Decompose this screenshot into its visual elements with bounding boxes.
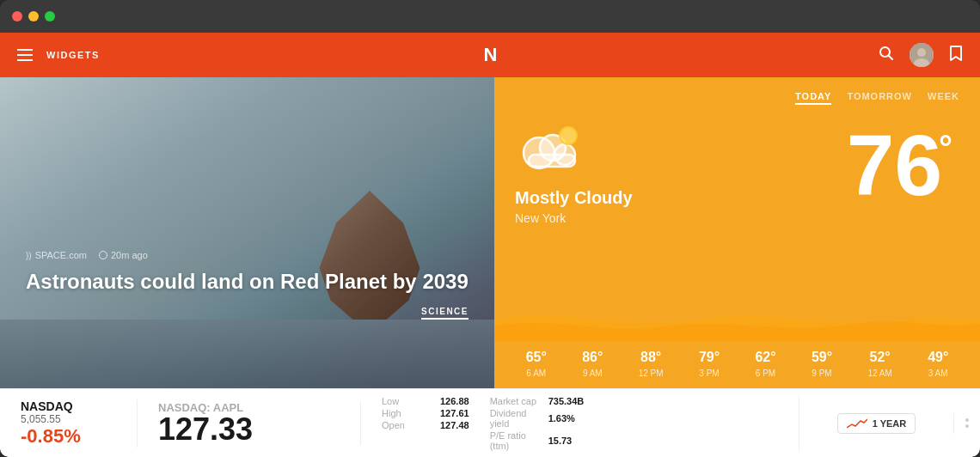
stat-dividend: Dividend yield 1.63%	[490, 408, 585, 429]
hour-temp: 52°	[870, 350, 891, 365]
widgets-label: WIDGETS	[46, 50, 100, 60]
main-content: SPACE.com 20m ago Astronauts could land …	[0, 77, 980, 388]
hour-item: 49°3 AM	[928, 350, 948, 378]
weather-wave	[494, 302, 980, 341]
svg-point-9	[560, 127, 577, 144]
weather-tabs: TODAY TOMORROW WEEK	[494, 77, 980, 113]
ticker-stats: Low 126.88 High 127.61 Open 127.48 Marke…	[361, 396, 799, 451]
stat-market-cap: Market cap 735.34B	[490, 396, 585, 406]
chart-1year-button[interactable]: 1 YEAR	[837, 413, 916, 434]
dividend-value: 1.63%	[548, 413, 575, 423]
open-value: 127.48	[440, 420, 469, 430]
stat-col-mpe: Market cap 735.34B Dividend yield 1.63% …	[490, 396, 585, 451]
hour-temp: 65°	[526, 350, 547, 365]
stat-pe: P/E ratio (ttm) 15.73	[490, 430, 585, 451]
nasdaq-name: NASDAQ	[21, 399, 116, 413]
hour-item: 52°12 AM	[867, 350, 891, 378]
hero-caption: SPACE.com 20m ago Astronauts could land …	[26, 250, 469, 320]
weather-city: New York	[515, 211, 847, 225]
hour-label: 6 AM	[526, 369, 546, 378]
svg-point-3	[917, 48, 926, 57]
tab-today[interactable]: TODAY	[795, 91, 831, 105]
svg-line-1	[889, 55, 893, 59]
hero-source: SPACE.com 20m ago	[26, 250, 469, 260]
chart-mini-icon	[847, 417, 867, 430]
stat-low: Low 126.88	[382, 396, 469, 406]
tab-tomorrow[interactable]: TOMORROW	[847, 91, 912, 105]
ticker-aapl: NASDAQ: AAPL 127.33	[138, 401, 361, 445]
stat-col-lho: Low 126.88 High 127.61 Open 127.48	[382, 396, 469, 451]
hour-item: 62°6 PM	[755, 350, 775, 378]
hour-item: 65°6 AM	[526, 350, 547, 378]
hour-label: 12 PM	[639, 369, 664, 378]
hour-label: 3 AM	[928, 369, 948, 378]
stat-high: High 127.61	[382, 408, 469, 418]
hour-label: 9 AM	[583, 369, 603, 378]
weather-widget: TODAY TOMORROW WEEK Mostly Cloud	[494, 77, 980, 388]
hour-label: 9 PM	[812, 369, 831, 378]
market-cap-label: Market cap	[490, 396, 542, 406]
hero-title: Astronauts could land on Red Planet by 2…	[26, 269, 469, 295]
close-button[interactable]	[12, 11, 22, 21]
dot-2	[965, 424, 969, 428]
low-label: Low	[382, 396, 433, 406]
hour-item: 79°3 PM	[699, 350, 720, 378]
hourly-forecast: 65°6 AM86°9 AM88°12 PM79°3 PM62°6 PM59°9…	[494, 343, 980, 388]
ticker-nasdaq: NASDAQ 5,055.55 -0.85%	[0, 399, 138, 448]
hero-time: 20m ago	[99, 250, 148, 260]
clock-icon	[99, 251, 107, 259]
weather-condition: Mostly Cloudy	[515, 187, 847, 208]
app-container: WIDGETS N	[0, 33, 980, 457]
low-value: 126.88	[440, 396, 469, 406]
pe-label: P/E ratio (ttm)	[490, 430, 542, 451]
titlebar	[0, 0, 980, 33]
dot-1	[965, 418, 969, 422]
svg-rect-8	[529, 155, 575, 167]
hour-temp: 86°	[582, 350, 603, 365]
hour-temp: 88°	[640, 350, 661, 365]
hour-label: 12 AM	[867, 369, 891, 378]
tab-week[interactable]: WEEK	[928, 91, 959, 105]
hour-item: 88°12 PM	[639, 350, 664, 378]
hour-temp: 62°	[755, 350, 775, 365]
aapl-price: 127.33	[158, 414, 340, 445]
hour-temp: 59°	[812, 350, 832, 365]
bottom-ticker: NASDAQ 5,055.55 -0.85% NASDAQ: AAPL 127.…	[0, 388, 980, 457]
time-ago: 20m ago	[111, 250, 148, 260]
hero-tag[interactable]: SCIENCE	[421, 307, 469, 320]
maximize-button[interactable]	[45, 11, 55, 21]
hero-water	[0, 320, 494, 388]
avatar[interactable]	[910, 43, 934, 67]
nasdaq-change: -0.85%	[21, 425, 116, 448]
hamburger-menu[interactable]	[17, 49, 33, 61]
cloud-icon	[515, 122, 584, 174]
hour-item: 86°9 AM	[582, 350, 603, 378]
minimize-button[interactable]	[28, 11, 39, 21]
navbar: WIDGETS N	[0, 33, 980, 77]
search-icon[interactable]	[879, 46, 894, 65]
hour-temp: 79°	[699, 350, 720, 365]
hour-temp: 49°	[928, 350, 948, 365]
chart-btn-label: 1 YEAR	[873, 418, 907, 429]
hour-label: 3 PM	[699, 369, 719, 378]
pe-value: 15.73	[548, 436, 573, 446]
degree-symbol: °	[939, 131, 952, 165]
dividend-label: Dividend yield	[490, 408, 542, 429]
source-name: SPACE.com	[26, 250, 87, 260]
market-cap-value: 735.34B	[548, 396, 585, 406]
chart-area: 1 YEAR	[799, 413, 954, 434]
nasdaq-value: 5,055.55	[21, 413, 116, 425]
aapl-price-value: 127.33	[158, 411, 253, 447]
stat-open: Open 127.48	[382, 420, 469, 430]
nav-logo: N	[484, 44, 497, 66]
nav-right	[879, 43, 963, 67]
hero-area: SPACE.com 20m ago Astronauts could land …	[0, 77, 494, 388]
ticker-more[interactable]	[954, 418, 980, 428]
hour-item: 59°9 PM	[812, 350, 832, 378]
hour-label: 6 PM	[756, 369, 775, 378]
bookmark-icon[interactable]	[949, 45, 963, 66]
open-label: Open	[382, 420, 433, 430]
high-label: High	[382, 408, 433, 418]
high-value: 127.61	[440, 408, 469, 418]
